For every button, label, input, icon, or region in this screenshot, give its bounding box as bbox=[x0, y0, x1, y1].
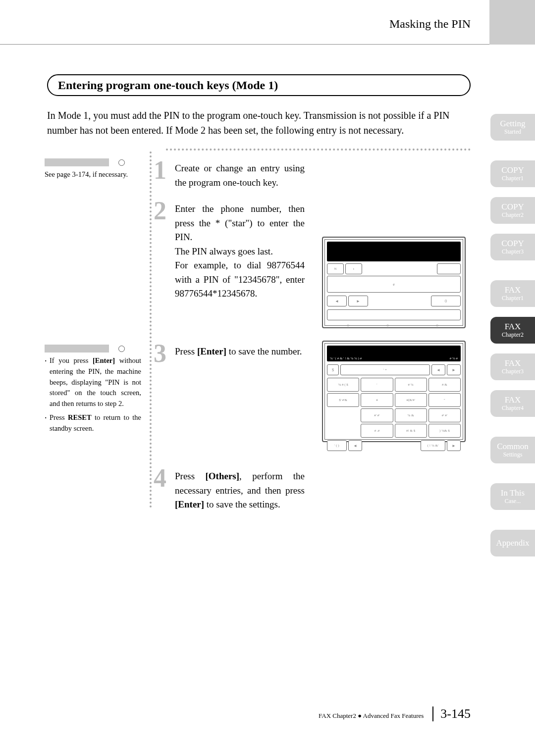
lcd-2-header-bar: % ' ( # & ' ! & % % ) # # % # bbox=[327, 346, 461, 361]
lcd-2-cell: # bbox=[361, 393, 393, 407]
lcd-2-arrow-left-icon: ◄ bbox=[431, 364, 445, 375]
footer-page-number: 3-145 bbox=[432, 706, 471, 721]
lcd-1-arrow-left-icon: ◄ bbox=[327, 296, 347, 306]
lcd-2-cell: % & bbox=[395, 408, 427, 422]
dotted-divider-horizontal bbox=[166, 149, 471, 151]
tab-in-this-case[interactable]: In ThisCase... bbox=[490, 483, 535, 510]
lcd-2-cell: # & bbox=[428, 378, 461, 392]
note-2-item-2: Press RESET to return to the standby scr… bbox=[45, 412, 141, 434]
lcd-1-btn-n: N bbox=[327, 263, 344, 274]
page-header: Masking the PIN bbox=[0, 0, 535, 45]
lcd-2-foot-arrow-left-icon: ◄ bbox=[348, 440, 362, 451]
step-1: 1 Create or change an entry using the pr… bbox=[156, 161, 305, 190]
lcd-2-spacer bbox=[327, 424, 359, 438]
tab-fax-ch2[interactable]: FAXChapter2 bbox=[490, 317, 535, 344]
step-2-line2: The PIN always goes last. bbox=[175, 246, 273, 256]
dotted-divider-vertical bbox=[150, 151, 152, 508]
lcd-2-cell: '' bbox=[428, 393, 461, 407]
lcd-1-field-2 bbox=[327, 309, 461, 320]
lcd-2-cell: ' bbox=[361, 378, 393, 392]
lcd-2-cell: # % bbox=[395, 378, 427, 392]
step-3-number: 3 bbox=[154, 339, 166, 368]
lcd-2-foot-pct: ( ! % &' bbox=[421, 440, 445, 451]
lcd-screen-2: % ' ( # & ' ! & % % ) # # % # $ ' + ◄ ► … bbox=[322, 341, 466, 442]
tab-fax-ch1[interactable]: FAXChapter1 bbox=[490, 280, 535, 307]
tab-fax-ch3[interactable]: FAXChapter3 bbox=[490, 353, 535, 380]
note-2-item-1: If you press [Enter] without entering th… bbox=[45, 355, 141, 409]
tab-spacer bbox=[490, 427, 535, 437]
breadcrumb: Masking the PIN bbox=[389, 17, 471, 31]
page-footer: FAX Chapter2 ● Advanced Fax Features 3-1… bbox=[319, 706, 471, 721]
lcd-2-cell: #(&'#' bbox=[395, 393, 427, 407]
lcd-1-btn-0: 0 bbox=[431, 296, 461, 306]
side-note-2: If you press [Enter] without entering th… bbox=[45, 345, 141, 437]
lcd-1-arrow-right-icon: ► bbox=[348, 296, 368, 306]
step-2-number: 2 bbox=[154, 196, 166, 225]
lcd-2-cell: ) %& $ bbox=[428, 424, 461, 438]
lcd-2-cell: # .# bbox=[361, 424, 393, 438]
note-icon bbox=[45, 158, 109, 166]
tab-spacer bbox=[490, 520, 535, 530]
lcd-2-arrow-right-icon: ► bbox=[447, 364, 461, 375]
lcd-2-val-field: ' + bbox=[340, 364, 430, 375]
step-2: 2 Enter the phone number, then press the… bbox=[156, 202, 305, 301]
page-margin-block bbox=[489, 0, 535, 45]
note-2-list: If you press [Enter] without entering th… bbox=[45, 355, 141, 434]
lcd-2-cell: % # ( $ bbox=[327, 378, 359, 392]
lcd-2-s-btn: $ bbox=[327, 364, 339, 375]
lcd-1-field: e bbox=[327, 276, 461, 293]
step-4-number: 4 bbox=[154, 463, 166, 493]
tab-appendix[interactable]: Appendix bbox=[490, 530, 535, 556]
footer-chapter: FAX Chapter2 ● Advanced Fax Features bbox=[319, 712, 424, 720]
note-1-text: See page 3-174, if necessary. bbox=[45, 170, 128, 178]
tab-copy-ch2[interactable]: COPYChapter2 bbox=[490, 197, 535, 224]
lcd-2-inner: % ' ( # & ' ! & % % ) # # % # $ ' + ◄ ► … bbox=[324, 343, 463, 440]
lcd-2-foot-btn: ' ( ) bbox=[327, 440, 347, 451]
tab-spacer bbox=[490, 270, 535, 280]
lcd-screen-1: N t e ◄ ► 0 ○ ○ ○ bbox=[322, 237, 466, 328]
tab-fax-ch4[interactable]: FAXChapter4 bbox=[490, 390, 535, 417]
lcd-1-btn-t: t bbox=[345, 263, 362, 274]
lcd-2-spacer bbox=[327, 408, 359, 422]
step-2-text: Enter the phone number, then press the *… bbox=[175, 202, 305, 301]
lcd-2-foot-arrow-right-icon: ► bbox=[447, 440, 461, 451]
lcd-1-footer: ○ ○ ○ bbox=[327, 322, 461, 330]
section-title: Entering program one-touch keys (Mode 1) bbox=[58, 79, 278, 92]
side-note-1: See page 3-174, if necessary. bbox=[45, 158, 141, 180]
step-4: 4 Press [Others], perform the necessary … bbox=[156, 469, 305, 512]
tab-common-settings[interactable]: CommonSettings bbox=[490, 437, 535, 463]
lcd-2-cell: #! & $ bbox=[395, 424, 427, 438]
step-2-line3: For example, to dial 98776544 with a PIN… bbox=[175, 260, 305, 299]
step-1-number: 1 bbox=[154, 155, 166, 185]
tab-copy-ch1[interactable]: COPYChapter1 bbox=[490, 160, 535, 187]
section-title-capsule: Entering program one-touch keys (Mode 1) bbox=[47, 74, 471, 96]
lcd-1-inner: N t e ◄ ► 0 ○ ○ ○ bbox=[324, 239, 463, 326]
lcd-1-header-bar bbox=[327, 242, 461, 261]
lcd-2-cell: #' #' bbox=[428, 408, 461, 422]
note-icon-2 bbox=[45, 345, 109, 353]
step-3-text: Press [Enter] to save the number. bbox=[175, 345, 305, 359]
step-1-text: Create or change an entry using the prog… bbox=[175, 161, 305, 190]
tab-spacer bbox=[490, 473, 535, 483]
lcd-1-btn-blank bbox=[437, 263, 461, 274]
step-2-line1: Enter the phone number, then press the *… bbox=[175, 203, 305, 242]
lcd-2-grid: % # ( $ ' # % # & $' #'& # #(&'#' '' #' … bbox=[325, 376, 463, 439]
step-3: 3 Press [Enter] to save the number. bbox=[156, 345, 305, 359]
step-4-text: Press [Others], perform the necessary en… bbox=[175, 469, 305, 512]
tab-getting-started[interactable]: GettingStarted bbox=[490, 114, 535, 141]
main-content: Entering program one-touch keys (Mode 1)… bbox=[47, 74, 471, 152]
section-intro: In Mode 1, you must add the PIN to the p… bbox=[47, 108, 471, 138]
tab-copy-ch3[interactable]: COPYChapter3 bbox=[490, 234, 535, 260]
tab-spacer bbox=[490, 151, 535, 160]
lcd-2-cell: #' #' bbox=[361, 408, 393, 422]
side-tabs: GettingStarted COPYChapter1 COPYChapter2… bbox=[490, 114, 535, 566]
lcd-2-cell: $' #'& bbox=[327, 393, 359, 407]
